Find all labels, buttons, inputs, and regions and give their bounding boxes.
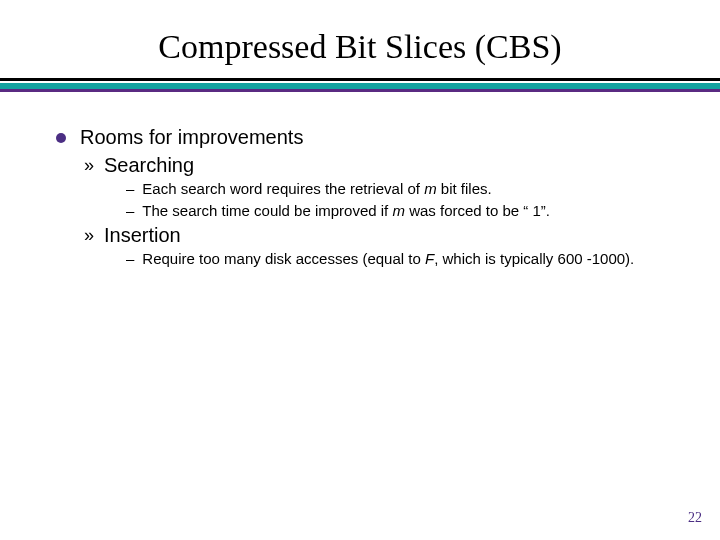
bullet-lvl2: » Searching [84, 153, 680, 177]
divider [0, 78, 720, 92]
bullet-text: Each search word requires the retrieval … [142, 179, 491, 199]
bullet-lvl3: – Each search word requires the retrieva… [126, 179, 680, 199]
bullet-icon [56, 133, 66, 143]
dash-icon: – [126, 179, 134, 199]
slide-body: Rooms for improvements » Searching – Eac… [0, 92, 720, 269]
slide: Compressed Bit Slices (CBS) Rooms for im… [0, 0, 720, 540]
raquo-icon: » [84, 153, 94, 177]
slide-title: Compressed Bit Slices (CBS) [0, 0, 720, 78]
bullet-text: The search time could be improved if m w… [142, 201, 550, 221]
raquo-icon: » [84, 223, 94, 247]
bullet-lvl3: – Require too many disk accesses (equal … [126, 249, 680, 269]
dash-icon: – [126, 249, 134, 269]
dash-icon: – [126, 201, 134, 221]
bullet-text: Searching [104, 153, 194, 177]
bullet-text: Rooms for improvements [80, 126, 303, 149]
bullet-lvl2: » Insertion [84, 223, 680, 247]
bullet-lvl1: Rooms for improvements [56, 126, 680, 149]
bullet-lvl3: – The search time could be improved if m… [126, 201, 680, 221]
bullet-text: Insertion [104, 223, 181, 247]
page-number: 22 [688, 510, 702, 526]
bullet-text: Require too many disk accesses (equal to… [142, 249, 634, 269]
